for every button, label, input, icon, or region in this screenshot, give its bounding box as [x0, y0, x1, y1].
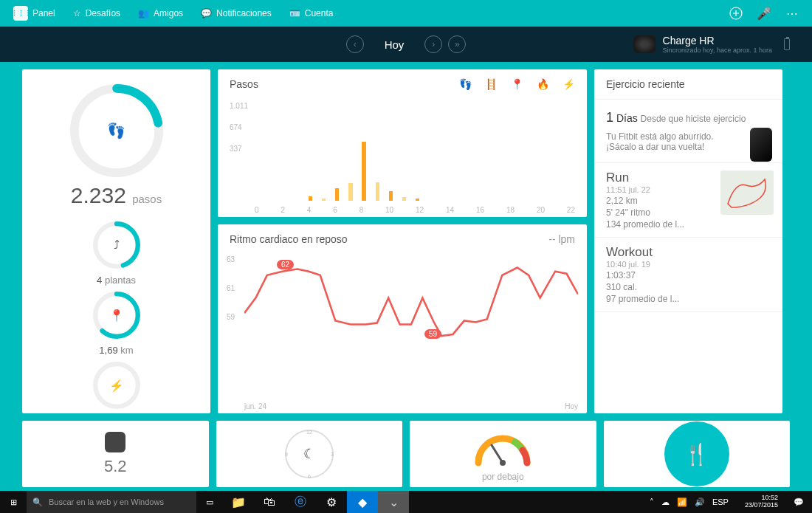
svg-text:6: 6: [308, 474, 311, 479]
weight-value: 5.2: [104, 457, 127, 476]
device-info[interactable]: Charge HR Sincronizado hoy, hace aprox. …: [633, 35, 790, 54]
battery-icon: [784, 38, 790, 50]
skip-button[interactable]: »: [448, 35, 466, 53]
gauge-icon: [469, 426, 536, 470]
steps-y-labels: 1.011674337: [230, 102, 248, 153]
svg-rect-11: [720, 171, 774, 215]
steps-value: 2.232 pasos: [71, 183, 162, 208]
tab-floors-icon[interactable]: 🪜: [485, 78, 498, 90]
steps-x-labels: 0246810121416182022: [255, 206, 575, 214]
utensils-icon: 🍴: [684, 442, 709, 466]
hr-y-labels: 636159: [227, 255, 235, 321]
food-card[interactable]: 🍴: [604, 421, 791, 487]
mic-icon[interactable]: 🎤: [757, 7, 771, 20]
taskbar-clock[interactable]: 10:5223/07/2015: [737, 495, 785, 509]
hr-title: Ritmo cardiaco en reposo: [230, 233, 348, 245]
gauge-label: por debajo: [482, 472, 524, 482]
tab-calories-icon[interactable]: 🔥: [537, 78, 549, 90]
steps-chart-card[interactable]: Pasos 👣 🪜 📍 🔥 ⚡ 1.011674337 024681012141…: [218, 69, 587, 217]
device-sync: Sincronizado hoy, hace aprox. 1 hora: [663, 47, 772, 54]
windows-taskbar: ⊞ 🔍Buscar en la web y en Windows ▭ 📁 🛍 ⓔ…: [0, 491, 812, 513]
task-view-button[interactable]: ▭: [196, 491, 223, 513]
star-icon: ☆: [73, 8, 81, 18]
top-nav-bar: ⋮⋮⋮Panel ☆Desafíos 👥Amigos 💬Notificacion…: [0, 0, 812, 27]
next-day-button[interactable]: ›: [424, 35, 442, 53]
small-goal[interactable]: ⚡ 0 minutos de actividad: [73, 359, 160, 413]
device-thumb: [750, 128, 772, 162]
svg-line-17: [492, 445, 503, 463]
steps-ring: 👣: [69, 83, 165, 179]
nav-friends[interactable]: 👥Amigos: [138, 8, 183, 18]
notifications-button[interactable]: 💬: [785, 491, 812, 513]
app-unknown[interactable]: ⌄: [378, 491, 409, 513]
route-map-thumb: [720, 171, 774, 215]
weight-card[interactable]: 5.2: [22, 421, 209, 487]
device-name: Charge HR: [663, 35, 772, 47]
sleep-card[interactable]: 12369 ☾: [216, 421, 403, 487]
lang-indicator[interactable]: ESP: [712, 497, 729, 506]
taskbar-search[interactable]: 🔍Buscar en la web y en Windows: [27, 491, 196, 513]
add-button[interactable]: [729, 7, 743, 20]
recent-exercise-title: Ejercicio reciente: [594, 69, 782, 100]
steps-bars: [255, 142, 575, 201]
svg-text:3: 3: [331, 452, 334, 457]
calories-gauge-card[interactable]: por debajo: [410, 421, 596, 487]
small-goal[interactable]: 📍 1,69 km: [73, 289, 160, 356]
hr-badge-low: 59: [424, 329, 441, 339]
device-image: [633, 35, 656, 53]
footsteps-icon: 👣: [107, 122, 125, 140]
metric-tabs: 👣 🪜 📍 🔥 ⚡: [459, 78, 575, 90]
moon-icon: ☾: [303, 446, 315, 462]
date-bar: ‹ Hoy › » Charge HR Sincronizado hoy, ha…: [0, 27, 812, 62]
volume-icon[interactable]: 🔊: [695, 497, 705, 507]
onedrive-icon[interactable]: ☁: [661, 497, 670, 507]
exercise-item[interactable]: Workout 10:40 jul. 19 1:03:37 310 cal. 9…: [594, 238, 782, 312]
app-edge[interactable]: ⓔ: [285, 491, 316, 513]
exercise-days-block[interactable]: 1 Días Desde que hiciste ejercicio Tu Fi…: [594, 100, 782, 163]
hr-x-labels: jun. 24Hoy: [244, 402, 578, 410]
small-goal[interactable]: ⤴ 4 plantas: [73, 218, 160, 286]
tab-active-icon[interactable]: ⚡: [562, 78, 575, 90]
tab-steps-icon[interactable]: 👣: [459, 78, 472, 90]
tab-distance-icon[interactable]: 📍: [511, 78, 523, 90]
system-tray[interactable]: ˄ ☁ 📶 🔊 ESP: [641, 497, 737, 507]
app-explorer[interactable]: 📁: [223, 491, 254, 513]
svg-text:9: 9: [285, 452, 288, 457]
nav-panel: Panel: [32, 8, 55, 18]
tray-up-icon[interactable]: ˄: [650, 497, 654, 507]
scale-icon: [105, 432, 125, 452]
hr-value: -- lpm: [548, 233, 575, 245]
hr-chart-card[interactable]: Ritmo cardiaco en reposo -- lpm 636159 6…: [218, 224, 587, 413]
search-icon: 🔍: [32, 497, 43, 507]
svg-point-18: [500, 460, 506, 466]
nav-challenges[interactable]: ☆Desafíos: [73, 8, 120, 18]
wifi-icon[interactable]: 📶: [677, 497, 687, 507]
nav-logo[interactable]: ⋮⋮⋮Panel: [13, 6, 55, 21]
start-button[interactable]: ⊞: [0, 491, 27, 513]
app-settings[interactable]: ⚙: [316, 491, 347, 513]
hr-badge-high: 62: [277, 260, 294, 269]
app-fitbit[interactable]: ◆: [347, 491, 378, 513]
nav-notifications[interactable]: 💬Notificaciones: [201, 8, 272, 18]
day-label: Hoy: [385, 38, 405, 51]
more-icon[interactable]: ⋯: [785, 7, 799, 20]
people-icon: 👥: [138, 8, 149, 18]
svg-text:12: 12: [306, 430, 312, 435]
nav-account[interactable]: 🪪Cuenta: [289, 8, 334, 18]
id-icon: 🪪: [289, 8, 300, 18]
exercise-item[interactable]: Run 11:51 jul. 22 2,12 km 5' 24" ritmo 1…: [594, 163, 782, 238]
app-store[interactable]: 🛍: [254, 491, 285, 513]
chat-icon: 💬: [201, 8, 212, 18]
recent-exercise-card: Ejercicio reciente 1 Días Desde que hici…: [594, 69, 782, 413]
food-circle: 🍴: [664, 421, 729, 486]
hr-line: [244, 252, 578, 343]
steps-chart-title: Pasos: [230, 78, 258, 90]
prev-day-button[interactable]: ‹: [346, 35, 364, 53]
goals-card[interactable]: 👣 2.232 pasos ⤴ 4 plantas 📍 1,69 km ⚡ 0 …: [22, 69, 210, 413]
